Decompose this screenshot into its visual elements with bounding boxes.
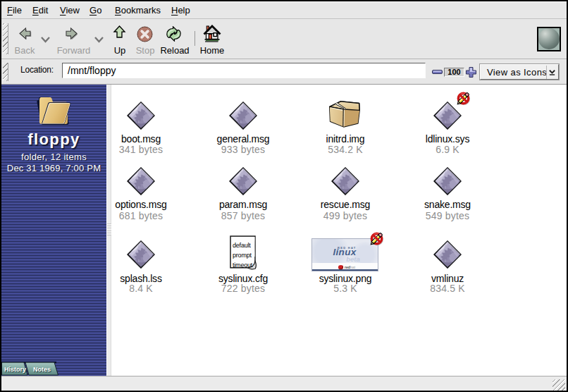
- svg-text:History: History: [4, 366, 26, 373]
- svg-text:Notes: Notes: [33, 366, 51, 373]
- svg-text:timeout: timeout: [233, 262, 253, 269]
- svg-text:prompt: prompt: [233, 252, 252, 259]
- svg-text:default: default: [233, 242, 251, 249]
